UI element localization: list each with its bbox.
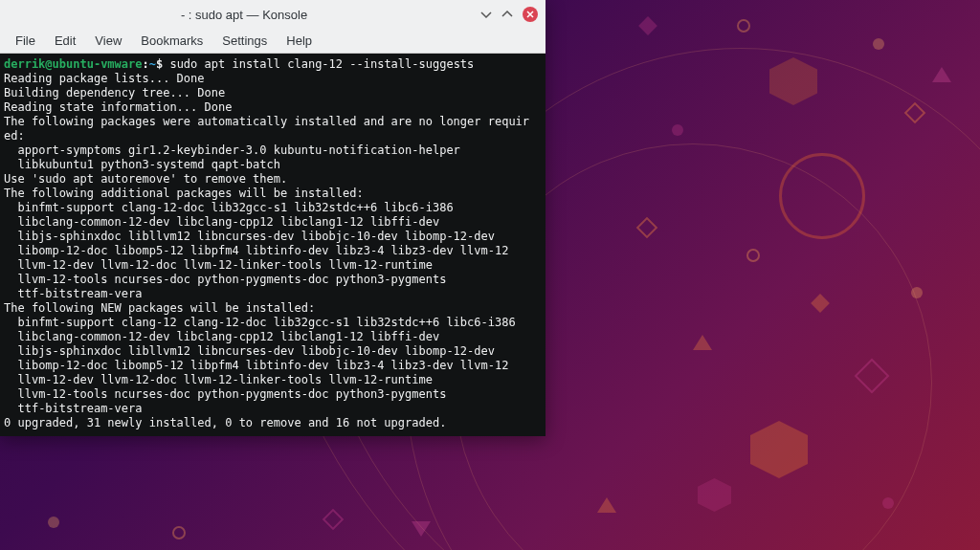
terminal-line: apport-symptoms gir1.2-keybinder-3.0 kub… (4, 143, 540, 158)
terminal-line: libomp-12-doc libomp5-12 libpfm4 libtinf… (4, 359, 540, 373)
terminal-line: ttf-bitstream-vera (4, 287, 540, 301)
close-button[interactable] (523, 7, 538, 22)
terminal-line: llvm-12-tools ncurses-doc python-pygment… (4, 387, 540, 402)
menu-edit[interactable]: Edit (45, 31, 85, 51)
terminal-line: Use 'sudo apt autoremove' to remove them… (4, 172, 540, 187)
menu-bar: File Edit View Bookmarks Settings Help (0, 29, 546, 54)
menu-settings[interactable]: Settings (212, 31, 277, 51)
window-titlebar[interactable]: - : sudo apt — Konsole (0, 0, 546, 29)
terminal-line: The following NEW packages will be insta… (4, 301, 540, 316)
terminal-line: ed: (4, 129, 540, 143)
terminal-line: llvm-12-tools ncurses-doc python-pygment… (4, 273, 540, 287)
terminal-line: binfmt-support clang-12-doc lib32gcc-s1 … (4, 201, 540, 215)
terminal-line: 0 upgraded, 31 newly installed, 0 to rem… (4, 416, 540, 430)
terminal-line: Reading state information... Done (4, 100, 540, 115)
menu-help[interactable]: Help (277, 31, 322, 51)
terminal-line: ttf-bitstream-vera (4, 402, 540, 416)
terminal-line: llvm-12-dev llvm-12-doc llvm-12-linker-t… (4, 258, 540, 273)
terminal-line: Reading package lists... Done (4, 72, 540, 86)
terminal-line: binfmt-support clang-12 clang-12-doc lib… (4, 316, 540, 330)
terminal-line: libkubuntu1 python3-systemd qapt-batch (4, 158, 540, 172)
terminal-line: libjs-sphinxdoc libllvm12 libncurses-dev… (4, 344, 540, 359)
terminal-output[interactable]: derrik@ubuntu-vmware:~$ sudo apt install… (0, 54, 546, 436)
konsole-window: - : sudo apt — Konsole File Edit View Bo… (0, 0, 546, 436)
menu-view[interactable]: View (85, 31, 131, 51)
terminal-line: libclang-common-12-dev libclang-cpp12 li… (4, 330, 540, 344)
window-controls (480, 7, 538, 22)
window-title: - : sudo apt — Konsole (8, 8, 480, 22)
terminal-line: The following packages were automaticall… (4, 115, 540, 129)
terminal-line: libclang-common-12-dev libclang-cpp12 li… (4, 215, 540, 230)
terminal-line: Building dependency tree... Done (4, 86, 540, 100)
maximize-button[interactable] (501, 9, 513, 20)
terminal-line: libjs-sphinxdoc libllvm12 libncurses-dev… (4, 230, 540, 244)
minimize-button[interactable] (480, 9, 492, 20)
menu-bookmarks[interactable]: Bookmarks (131, 31, 212, 51)
terminal-line: libomp-12-doc libomp5-12 libpfm4 libtinf… (4, 244, 540, 258)
menu-file[interactable]: File (6, 31, 45, 51)
terminal-line: The following additional packages will b… (4, 187, 540, 201)
prompt-line: derrik@ubuntu-vmware:~$ sudo apt install… (4, 57, 540, 72)
terminal-line: llvm-12-dev llvm-12-doc llvm-12-linker-t… (4, 373, 540, 387)
